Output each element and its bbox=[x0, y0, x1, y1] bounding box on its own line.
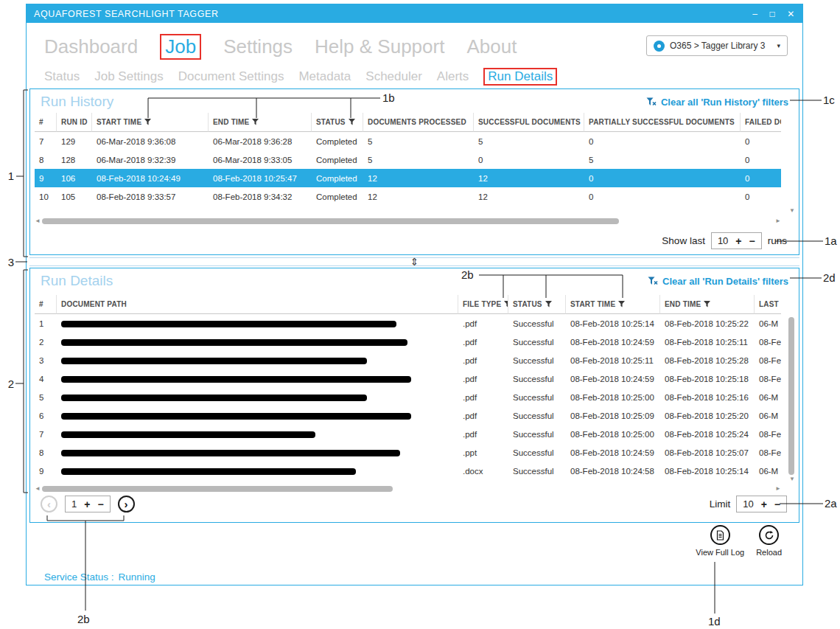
column-header-run-id[interactable]: RUN ID bbox=[57, 113, 92, 132]
scroll-right-arrow[interactable]: ► bbox=[775, 218, 781, 224]
table-cell: 9 bbox=[35, 169, 57, 187]
page-stepper: 1 + − bbox=[65, 496, 111, 512]
column-header-status[interactable]: STATUS bbox=[312, 113, 363, 132]
column-header-failed-documents[interactable]: FAILED DO bbox=[741, 113, 781, 132]
filter-funnel-icon[interactable] bbox=[144, 119, 151, 125]
table-cell: Successful bbox=[508, 388, 566, 406]
table-row[interactable]: 812806-Mar-2018 9:32:3906-Mar-2018 9:33:… bbox=[35, 150, 781, 169]
tab-scheduler[interactable]: Scheduler bbox=[365, 69, 422, 84]
next-page-button[interactable]: › bbox=[118, 496, 135, 512]
nav-item-dashboard[interactable]: Dashboard bbox=[44, 35, 138, 58]
scrollbar-thumb[interactable] bbox=[42, 486, 393, 492]
column-header-document-path[interactable]: DOCUMENT PATH bbox=[57, 295, 458, 314]
table-row[interactable]: 712906-Mar-2018 9:36:0806-Mar-2018 9:36:… bbox=[35, 132, 781, 150]
table-cell: 106 bbox=[57, 169, 92, 187]
show-last-stepper: 10 + − bbox=[711, 232, 762, 249]
nav-item-help-support[interactable]: Help & Support bbox=[315, 35, 444, 58]
tab-alerts[interactable]: Alerts bbox=[437, 69, 469, 84]
table-cell: 12 bbox=[474, 187, 584, 206]
nav-item-about[interactable]: About bbox=[466, 35, 517, 58]
column-header-end-time[interactable]: END TIME bbox=[209, 113, 312, 132]
run-details-title: Run Details bbox=[41, 273, 113, 289]
redacted-document-path bbox=[61, 468, 356, 475]
filter-funnel-icon[interactable] bbox=[545, 301, 552, 307]
document-path-cell bbox=[57, 443, 458, 462]
table-row[interactable]: 910608-Feb-2018 10:24:4908-Feb-2018 10:2… bbox=[35, 169, 781, 187]
table-row[interactable]: 8.pptSuccessful08-Feb-2018 10:24:5908-Fe… bbox=[35, 443, 781, 462]
table-row[interactable]: 6.pdfSuccessful08-Feb-2018 10:25:0908-Fe… bbox=[35, 406, 781, 425]
view-full-log-button[interactable]: View Full Log bbox=[696, 525, 744, 557]
scrollbar-thumb[interactable] bbox=[42, 218, 619, 224]
filter-funnel-icon[interactable] bbox=[349, 119, 355, 125]
previous-page-button[interactable]: ‹ bbox=[41, 496, 57, 512]
scroll-down-arrow[interactable]: ▼ bbox=[789, 476, 795, 482]
nav-item-settings[interactable]: Settings bbox=[223, 35, 293, 58]
scroll-left-arrow[interactable]: ◄ bbox=[35, 218, 41, 224]
column-header-start-time[interactable]: START TIME bbox=[566, 295, 660, 314]
table-cell: 08-Feb-2018 10:24:49 bbox=[92, 169, 209, 187]
table-row[interactable]: 3.pdfSuccessful08-Feb-2018 10:25:1108-Fe… bbox=[35, 351, 781, 369]
table-cell: Successful bbox=[508, 369, 566, 388]
splitter[interactable]: ⇕ bbox=[29, 257, 799, 266]
close-button[interactable]: ✕ bbox=[787, 10, 795, 18]
annotation-label-2b-bottom: 2b bbox=[77, 613, 90, 625]
scroll-left-arrow[interactable]: ◄ bbox=[35, 486, 41, 492]
clear-run-history-filters-label: Clear all 'Run History' filters bbox=[661, 97, 788, 108]
column-header-start-time[interactable]: START TIME bbox=[92, 113, 209, 132]
table-row[interactable]: 1010508-Feb-2018 9:33:5708-Feb-2018 9:34… bbox=[35, 187, 781, 206]
column-header-num[interactable]: # bbox=[35, 295, 57, 314]
column-header-last[interactable]: LAST bbox=[755, 295, 781, 314]
clear-run-details-filters-link[interactable]: Clear all 'Run Details' filters bbox=[648, 276, 788, 287]
minimize-button[interactable]: – bbox=[752, 10, 757, 18]
horizontal-scrollbar[interactable] bbox=[42, 486, 772, 492]
increment-button[interactable]: + bbox=[735, 235, 741, 247]
increment-button[interactable]: + bbox=[84, 498, 90, 510]
column-header-documents-processed[interactable]: DOCUMENTS PROCESSED bbox=[363, 113, 474, 132]
document-path-cell bbox=[57, 369, 458, 388]
vertical-scrollbar-thumb[interactable] bbox=[788, 317, 794, 475]
decrement-button[interactable]: − bbox=[749, 235, 755, 247]
reload-button[interactable]: Reload bbox=[756, 525, 782, 557]
column-header-status[interactable]: STATUS bbox=[508, 295, 566, 314]
document-path-cell bbox=[57, 333, 458, 351]
table-cell: .docx bbox=[458, 462, 508, 480]
scroll-down-arrow[interactable]: ▼ bbox=[789, 208, 795, 214]
column-header-successful-documents[interactable]: SUCCESSFUL DOCUMENTS bbox=[474, 113, 584, 132]
increment-button[interactable]: + bbox=[761, 498, 767, 510]
column-header-file-type[interactable]: FILE TYPE bbox=[458, 295, 508, 314]
splitter-handle-icon[interactable]: ⇕ bbox=[406, 258, 424, 265]
main-nav: Dashboard Job Settings Help & Support Ab… bbox=[44, 34, 517, 60]
nav-item-job[interactable]: Job bbox=[160, 34, 201, 60]
scroll-right-arrow[interactable]: ► bbox=[775, 486, 781, 492]
column-header-partially-successful-documents[interactable]: PARTIALLY SUCCESSFUL DOCUMENTS bbox=[584, 113, 741, 132]
tab-metadata[interactable]: Metadata bbox=[298, 69, 351, 84]
annotation-label-1: 1 bbox=[4, 170, 18, 182]
table-row[interactable]: 9.docxSuccessful08-Feb-2018 10:24:5808-F… bbox=[35, 462, 781, 480]
filter-funnel-icon[interactable] bbox=[252, 119, 259, 125]
column-header-end-time[interactable]: END TIME bbox=[660, 295, 755, 314]
table-row[interactable]: 7.pdfSuccessful08-Feb-2018 10:25:0008-Fe… bbox=[35, 425, 781, 443]
tab-run-details[interactable]: Run Details bbox=[483, 68, 557, 86]
clear-run-history-filters-link[interactable]: Clear all 'Run History' filters bbox=[646, 97, 788, 108]
tab-status[interactable]: Status bbox=[44, 69, 80, 84]
table-row[interactable]: 5.pdfSuccessful08-Feb-2018 10:25:0008-Fe… bbox=[35, 388, 781, 406]
library-selector[interactable]: O365 > Tagger Library 3 ▾ bbox=[646, 35, 788, 56]
maximize-button[interactable]: □ bbox=[769, 10, 775, 18]
tab-job-settings[interactable]: Job Settings bbox=[94, 69, 164, 84]
table-row[interactable]: 1.pdfSuccessful08-Feb-2018 10:25:1408-Fe… bbox=[35, 314, 781, 333]
column-header-num[interactable]: # bbox=[35, 113, 57, 132]
table-cell: 08-Feb-2018 10:25:09 bbox=[566, 406, 660, 425]
tab-document-settings[interactable]: Document Settings bbox=[178, 69, 284, 84]
table-cell: 9 bbox=[35, 462, 57, 480]
horizontal-scrollbar[interactable] bbox=[42, 218, 772, 224]
table-cell: 5 bbox=[474, 132, 584, 150]
filter-funnel-icon[interactable] bbox=[618, 301, 625, 307]
decrement-button[interactable]: − bbox=[97, 498, 103, 510]
decrement-button[interactable]: − bbox=[774, 498, 780, 510]
limit-label: Limit bbox=[710, 498, 731, 510]
table-cell: 5 bbox=[35, 388, 57, 406]
table-row[interactable]: 4.pdfSuccessful08-Feb-2018 10:24:5908-Fe… bbox=[35, 369, 781, 388]
filter-funnel-icon[interactable] bbox=[704, 301, 710, 307]
table-row[interactable]: 2.pdfSuccessful08-Feb-2018 10:24:5908-Fe… bbox=[35, 333, 781, 351]
table-cell: 08-Fe bbox=[755, 333, 781, 351]
